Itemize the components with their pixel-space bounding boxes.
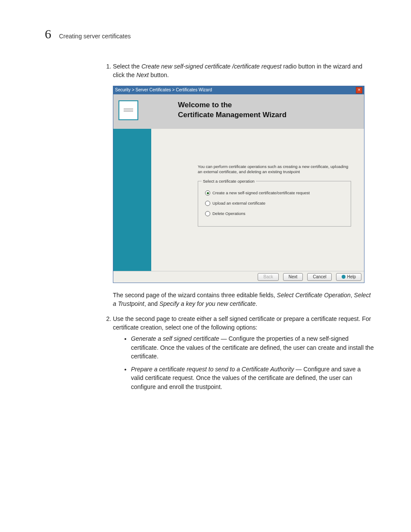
wizard-main: You can perform certificate operations s… (151, 129, 364, 271)
radio-label: Delete Operations (212, 211, 246, 217)
wizard-body: You can perform certificate operations s… (113, 129, 364, 271)
chapter-number: 6 (45, 27, 51, 41)
step-2: Use the second page to create either a s… (113, 314, 374, 391)
wizard-window: Security > Server Certificates > Certifi… (113, 86, 364, 283)
para2-i1: Select Certificate Operation (277, 292, 351, 299)
wizard-title: Welcome to the Certificate Management Wi… (178, 100, 286, 120)
para2-i3: Specify a key for you new certificate (159, 300, 255, 307)
radio-upload-external[interactable]: Upload an external certificate (205, 200, 346, 206)
bullet1-title: Generate a self signed certificate (131, 335, 219, 342)
cancel-button-label: Cancel (313, 274, 326, 280)
radio-delete-operations[interactable]: Delete Operations (205, 211, 346, 217)
page-header: 6 Creating server certificates (37, 27, 374, 41)
step1-text-post: button. (149, 72, 169, 78)
para2-c1: , (351, 292, 354, 299)
operation-fieldset: Select a certificate operation Create a … (198, 181, 351, 226)
wizard-header: Welcome to the Certificate Management Wi… (113, 94, 364, 129)
radio-icon (205, 190, 210, 196)
next-button-label: Next (289, 274, 298, 280)
help-button[interactable]: Help (336, 273, 361, 281)
bullet2-title: Prepare a certificate request to send to… (131, 366, 294, 373)
close-icon[interactable]: × (356, 87, 362, 93)
step-1: Select the Create new self-signed certif… (113, 62, 374, 308)
back-button-label: Back (263, 274, 273, 280)
radio-label: Create a new self-signed certificate/cer… (212, 190, 310, 196)
wizard-titlebar: Security > Server Certificates > Certifi… (113, 86, 364, 94)
wizard-sidebar (113, 129, 151, 271)
chapter-title: Creating server certificates (59, 33, 131, 40)
bullet-generate-self-signed: Generate a self signed certificate — Con… (131, 334, 374, 361)
para2-post: . (255, 300, 257, 307)
breadcrumb: Security > Server Certificates > Certifi… (115, 87, 212, 93)
help-button-label: Help (347, 274, 356, 280)
step2-text: Use the second page to create either a s… (113, 315, 371, 331)
fieldset-legend: Select a certificate operation (202, 178, 256, 184)
step1-italic1: Create new self-signed certificate /cert… (141, 63, 281, 70)
para2-c2: , and (144, 300, 159, 307)
wizard-followup-text: The second page of the wizard contains t… (113, 291, 374, 308)
wizard-footer: Back Next Cancel Help (113, 271, 364, 283)
certificate-icon (118, 100, 138, 120)
step1-italic2: Next (136, 72, 149, 78)
radio-icon (205, 211, 210, 216)
radio-create-new[interactable]: Create a new self-signed certificate/cer… (205, 190, 346, 196)
wizard-title-line1: Welcome to the (178, 100, 286, 110)
wizard-title-line2: Certificate Management Wizard (178, 110, 286, 120)
back-button[interactable]: Back (258, 273, 278, 281)
help-icon (342, 275, 346, 279)
wizard-description: You can perform certificate operations s… (198, 164, 354, 175)
cancel-button[interactable]: Cancel (307, 273, 332, 281)
para2-pre: The second page of the wizard contains t… (113, 292, 277, 299)
next-button[interactable]: Next (283, 273, 303, 281)
radio-icon (205, 201, 210, 206)
radio-label: Upload an external certificate (212, 200, 265, 206)
step1-text-pre: Select the (113, 63, 141, 70)
bullet-prepare-request: Prepare a certificate request to send to… (131, 365, 374, 391)
